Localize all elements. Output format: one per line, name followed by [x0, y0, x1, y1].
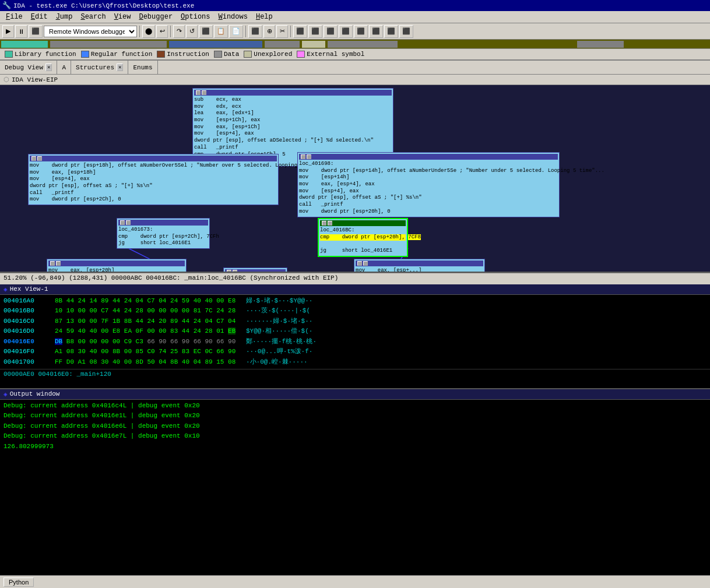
- minimize-btn-rl[interactable]: [322, 221, 326, 226]
- output-icon: ◈: [3, 390, 8, 398]
- minimize-btn-rb[interactable]: [357, 261, 362, 266]
- tb-btn-7[interactable]: 📄: [229, 25, 243, 38]
- legend-external-label: External symbol: [307, 51, 364, 58]
- separator-2: [170, 26, 171, 37]
- maximize-btn-mid[interactable]: [233, 270, 237, 273]
- code-block-mid[interactable]: loc_4016E1: mov eax, 0 leave retn ; ) //…: [223, 267, 287, 273]
- code-block-right[interactable]: loc_401698: mov dword ptr [esp+14h], off…: [297, 152, 560, 217]
- maximize-btn[interactable]: [202, 90, 206, 95]
- ida-view-header: ⬡ IDA View-EIP: [0, 75, 710, 85]
- tb-btn-8[interactable]: ⬛: [248, 25, 262, 38]
- tab-enums[interactable]: Enums: [128, 61, 157, 74]
- ruler-bar: [0, 40, 710, 49]
- menu-file[interactable]: File: [2, 12, 26, 22]
- tab-debug-view[interactable]: Debug View ✕: [0, 61, 57, 74]
- ruler-segment-8: [577, 41, 624, 48]
- tb-btn-14[interactable]: ⬛: [339, 25, 353, 38]
- output-line-4: Debug: current address 0x4016e7L | debug…: [3, 431, 707, 442]
- python-button[interactable]: Python: [3, 578, 34, 587]
- status-bar: 51.20% (-96,849) (1288,431) 00000ABC 004…: [0, 273, 710, 284]
- tab-structures[interactable]: Structures ✕: [71, 61, 128, 74]
- menu-help[interactable]: Help: [252, 12, 276, 22]
- hex-view-label: Hex View-1: [10, 286, 48, 293]
- hex-bytes-1: 8B 44 24 14 89 44 24 04 C7 04 24 59 40 4…: [55, 296, 241, 307]
- menu-debugger[interactable]: Debugger: [135, 12, 176, 22]
- ruler-segment-9: [626, 41, 684, 48]
- hex-row-6: 004016F0 A1 08 30 40 00 8B 00 85 C0 74 2…: [3, 347, 707, 357]
- tb-btn-16[interactable]: ⬛: [369, 25, 383, 38]
- code-block-mid-titlebar: [225, 269, 286, 273]
- graph-view[interactable]: sub ecx, eax mov edx, ecx lea eax, [edx+…: [0, 85, 710, 273]
- code-block-left-body[interactable]: mov eax, [esp+20h] mov [esp+4], eax dwor…: [47, 259, 187, 273]
- hex-addr-bar: 00000AE0 004016E0: _main+120: [0, 369, 710, 379]
- maximize-btn-rl[interactable]: [328, 221, 332, 226]
- menu-search[interactable]: Search: [77, 12, 109, 22]
- play-button[interactable]: ▶: [2, 25, 14, 38]
- code-block-rb-code: mov eax, [esp+...] mov [esp+4], eax dwor…: [356, 267, 483, 273]
- status-text: 51.20% (-96,849) (1288,431) 00000ABC 004…: [3, 274, 338, 281]
- legend-data-color: [214, 51, 222, 58]
- hex-bytes-2: 10 10 00 00 C7 44 24 28 00 00 00 00 81 7…: [55, 306, 241, 316]
- legend-library-label: Library function: [15, 51, 76, 58]
- hex-bytes-7: FF D0 A1 08 30 40 00 8D 50 04 8B 40 04 8…: [55, 357, 241, 368]
- code-block-left-loop[interactable]: loc_401673: cmp dword ptr [esp+2Ch], 7CF…: [117, 218, 210, 249]
- stop-button[interactable]: ⬛: [29, 25, 43, 38]
- code-block-left-code: mov dword ptr [esp+18h], offset aNumberO…: [30, 163, 277, 203]
- tab-a-label: A: [62, 64, 66, 71]
- minimize-btn-ll[interactable]: [120, 220, 125, 225]
- menu-options[interactable]: Options: [177, 12, 213, 22]
- tab-debug-view-close[interactable]: ✕: [45, 64, 52, 71]
- tb-btn-10[interactable]: ✂: [276, 25, 288, 38]
- tb-btn-2[interactable]: ↩: [156, 25, 168, 38]
- tb-btn-11[interactable]: ⬛: [293, 25, 307, 38]
- minimize-btn-r[interactable]: [301, 154, 305, 159]
- code-block-ll-titlebar: [118, 220, 208, 226]
- tb-btn-15[interactable]: ⬛: [354, 25, 368, 38]
- tb-btn-6[interactable]: 📋: [214, 25, 228, 38]
- tb-btn-17[interactable]: ⬛: [384, 25, 398, 38]
- hex-ascii-2: ····茨·$(····|·$(: [246, 306, 310, 316]
- code-block-right-loop[interactable]: loc_4016BC: cmp dword ptr [esp+20h], 7CF…: [318, 218, 408, 257]
- tab-a[interactable]: A: [57, 61, 71, 74]
- code-block-right-body[interactable]: mov eax, [esp+...] mov [esp+4], eax dwor…: [354, 259, 485, 273]
- hex-addr-2: 004016B0: [3, 306, 50, 316]
- hex-row-5: 004016E0 DB B8 00 00 00 00 C9 C3 66 90 6…: [3, 337, 707, 347]
- minimize-btn-mid[interactable]: [227, 270, 231, 273]
- hex-addr-1: 004016A0: [3, 296, 50, 307]
- tb-btn-3[interactable]: ↷: [173, 25, 185, 38]
- menu-windows[interactable]: Windows: [215, 12, 251, 22]
- tb-btn-13[interactable]: ⬛: [324, 25, 338, 38]
- minimize-btn-lb[interactable]: [50, 261, 55, 266]
- menu-edit[interactable]: Edit: [27, 12, 51, 22]
- hex-ascii-1: 婦·$·堵·$···$Y@@··: [246, 296, 312, 307]
- tb-btn-12[interactable]: ⬛: [308, 25, 322, 38]
- maximize-btn-ll[interactable]: [126, 220, 131, 225]
- menu-jump[interactable]: Jump: [52, 12, 76, 22]
- tb-btn-4[interactable]: ↺: [186, 25, 198, 38]
- maximize-btn-lb[interactable]: [56, 261, 61, 266]
- legend-regular: Regular function: [81, 51, 153, 58]
- hex-row-4: 004016D0 24 59 40 40 00 E8 EA 0F 00 00 8…: [3, 326, 707, 337]
- tb-btn-18[interactable]: ⬛: [399, 25, 413, 38]
- code-block-left[interactable]: mov dword ptr [esp+18h], offset aNumberO…: [28, 154, 279, 205]
- hex-row-2: 004016B0 10 10 00 00 C7 44 24 28 00 00 0…: [3, 306, 707, 316]
- debugger-dropdown[interactable]: Remote Windows debugger: [44, 26, 137, 37]
- legend-data: Data: [214, 51, 239, 58]
- legend-unexplored-color: [244, 51, 252, 58]
- menu-view[interactable]: View: [111, 12, 135, 22]
- maximize-btn-rb[interactable]: [363, 261, 368, 266]
- minimize-btn-l[interactable]: [31, 156, 36, 161]
- tb-btn-1[interactable]: ⬤: [142, 25, 155, 38]
- minimize-btn[interactable]: [196, 90, 201, 95]
- output-line-5: 126.802999973: [3, 442, 707, 452]
- hex-ascii-6: ···0@...呷·t%泼·f·: [246, 347, 312, 357]
- tb-btn-9[interactable]: ⊕: [263, 25, 275, 38]
- maximize-btn-l[interactable]: [37, 156, 42, 161]
- maximize-btn-r[interactable]: [307, 154, 311, 159]
- tb-btn-5[interactable]: ⬛: [199, 25, 213, 38]
- legend-regular-label: Regular function: [91, 51, 153, 58]
- pause-button[interactable]: ⏸: [15, 25, 27, 38]
- hex-ascii-5: 鄭·····擺·f桃·桃·桃·: [246, 337, 317, 347]
- code-block-main-titlebar: [194, 90, 392, 96]
- tab-structures-close[interactable]: ✕: [117, 64, 123, 71]
